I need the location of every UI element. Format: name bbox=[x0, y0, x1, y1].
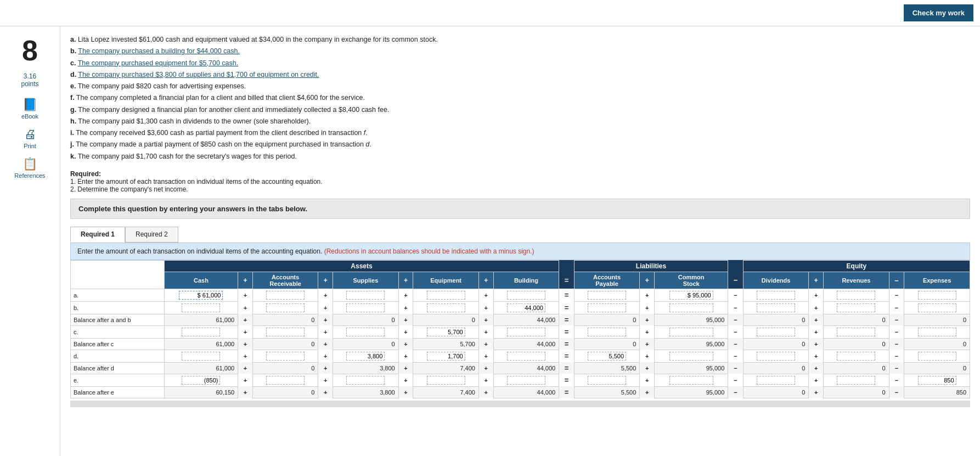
exp-a bbox=[904, 289, 970, 301]
check-my-work-button[interactable]: Check my work bbox=[904, 4, 973, 21]
input-exp-d[interactable] bbox=[918, 352, 956, 361]
ebook-button[interactable]: 📘 eBook bbox=[21, 98, 38, 120]
tab-required-2[interactable]: Required 2 bbox=[125, 227, 178, 243]
input-equipment-b[interactable] bbox=[427, 303, 465, 312]
input-ap-c[interactable] bbox=[588, 328, 626, 336]
div-b bbox=[743, 301, 809, 314]
input-div-e[interactable] bbox=[757, 376, 795, 385]
bal-c-equipment: 5,700 bbox=[413, 338, 479, 350]
cs-b bbox=[654, 301, 728, 314]
input-ap-e[interactable] bbox=[588, 376, 626, 385]
input-rev-e[interactable] bbox=[837, 376, 875, 385]
input-ap-a[interactable] bbox=[588, 291, 626, 300]
ar-e bbox=[252, 374, 318, 386]
input-exp-e[interactable] bbox=[918, 376, 956, 385]
input-cash-e[interactable] bbox=[182, 376, 220, 385]
bal-e-cs: 95,000 bbox=[654, 386, 728, 398]
input-cs-c[interactable] bbox=[669, 328, 713, 336]
bal-c-ap: 0 bbox=[574, 338, 640, 350]
ar-a bbox=[252, 289, 318, 301]
bal-ab-ap: 0 bbox=[574, 314, 640, 325]
input-equipment-a[interactable] bbox=[427, 291, 465, 300]
input-ap-d[interactable] bbox=[588, 352, 626, 361]
ap-c bbox=[574, 325, 640, 338]
input-ar-a[interactable] bbox=[266, 291, 305, 300]
row-label-e: e. bbox=[71, 374, 165, 386]
rev-a bbox=[824, 289, 889, 301]
input-rev-b[interactable] bbox=[837, 303, 875, 312]
input-cash-a[interactable] bbox=[179, 291, 223, 300]
horizontal-scrollbar[interactable] bbox=[70, 401, 970, 407]
input-cash-d[interactable] bbox=[182, 352, 220, 361]
input-cs-d[interactable] bbox=[669, 352, 713, 361]
input-rev-c[interactable] bbox=[837, 328, 875, 336]
bal-e-equipment: 7,400 bbox=[413, 386, 479, 398]
bal-d-div: 0 bbox=[743, 362, 809, 374]
input-exp-b[interactable] bbox=[918, 303, 956, 312]
input-cs-a[interactable] bbox=[669, 291, 713, 300]
input-exp-c[interactable] bbox=[918, 328, 956, 336]
bal-e-ar: 0 bbox=[252, 386, 318, 398]
row-label-bal-d: Balance after d bbox=[71, 362, 165, 374]
supplies-b bbox=[333, 301, 399, 314]
liabilities-header: Liabilities bbox=[574, 260, 728, 272]
input-cash-b[interactable] bbox=[182, 303, 220, 312]
print-button[interactable]: 🖨 Print bbox=[24, 127, 36, 149]
references-button[interactable]: 📋 References bbox=[14, 157, 45, 179]
bal-c-ar: 0 bbox=[252, 338, 318, 350]
equipment-a bbox=[413, 289, 479, 301]
complete-box: Complete this question by entering your … bbox=[70, 199, 970, 219]
input-supplies-c[interactable] bbox=[346, 328, 385, 336]
top-bar: Check my work bbox=[0, 0, 980, 26]
input-div-a[interactable] bbox=[757, 291, 795, 300]
input-rev-a[interactable] bbox=[837, 291, 875, 300]
input-supplies-e[interactable] bbox=[346, 376, 385, 385]
input-building-d[interactable] bbox=[507, 352, 545, 361]
accounting-table: Assets Liabilities Equity Cash + Account… bbox=[70, 260, 970, 398]
input-ap-b[interactable] bbox=[588, 303, 626, 312]
input-building-e[interactable] bbox=[507, 376, 545, 385]
bal-d-building: 44,000 bbox=[493, 362, 559, 374]
col-ar: AccountsReceivable bbox=[252, 272, 318, 289]
equity-header: Equity bbox=[743, 260, 970, 272]
tab-required-1[interactable]: Required 1 bbox=[70, 227, 125, 243]
input-building-b[interactable] bbox=[507, 303, 545, 312]
col-cs: CommonStock bbox=[654, 272, 728, 289]
input-div-d[interactable] bbox=[757, 352, 795, 361]
div-d bbox=[743, 350, 809, 362]
input-supplies-d[interactable] bbox=[346, 352, 385, 361]
input-equipment-d[interactable] bbox=[427, 352, 465, 361]
input-div-c[interactable] bbox=[757, 328, 795, 336]
equipment-b bbox=[413, 301, 479, 314]
input-supplies-b[interactable] bbox=[346, 303, 385, 312]
bal-d-equipment: 7,400 bbox=[413, 362, 479, 374]
cash-d bbox=[164, 350, 238, 362]
tabs: Required 1 Required 2 bbox=[70, 227, 970, 243]
exp-d bbox=[904, 350, 970, 362]
input-equipment-c[interactable] bbox=[427, 328, 465, 336]
bal-c-rev: 0 bbox=[824, 338, 889, 350]
bal-c-supplies: 0 bbox=[333, 338, 399, 350]
input-cs-e[interactable] bbox=[669, 376, 713, 385]
building-c bbox=[493, 325, 559, 338]
input-ar-e[interactable] bbox=[266, 376, 305, 385]
input-building-c[interactable] bbox=[507, 328, 545, 336]
input-ar-b[interactable] bbox=[266, 303, 305, 312]
building-d bbox=[493, 350, 559, 362]
input-ar-c[interactable] bbox=[266, 328, 305, 336]
exp-b bbox=[904, 301, 970, 314]
input-rev-d[interactable] bbox=[837, 352, 875, 361]
input-building-a[interactable] bbox=[507, 291, 545, 300]
table-row: d. + + + + = + − bbox=[71, 350, 970, 362]
input-cash-c[interactable] bbox=[182, 328, 220, 336]
input-equipment-e[interactable] bbox=[427, 376, 465, 385]
input-ar-d[interactable] bbox=[266, 352, 305, 361]
row-label-a: a. bbox=[71, 289, 165, 301]
input-cs-b[interactable] bbox=[669, 303, 713, 312]
input-supplies-a[interactable] bbox=[346, 291, 385, 300]
table-row-balance-c: Balance after c 61,000 + 0 + 0 + 5,700 +… bbox=[71, 338, 970, 350]
rev-d bbox=[824, 350, 889, 362]
col-supplies: Supplies bbox=[333, 272, 399, 289]
input-div-b[interactable] bbox=[757, 303, 795, 312]
input-exp-a[interactable] bbox=[918, 291, 956, 300]
